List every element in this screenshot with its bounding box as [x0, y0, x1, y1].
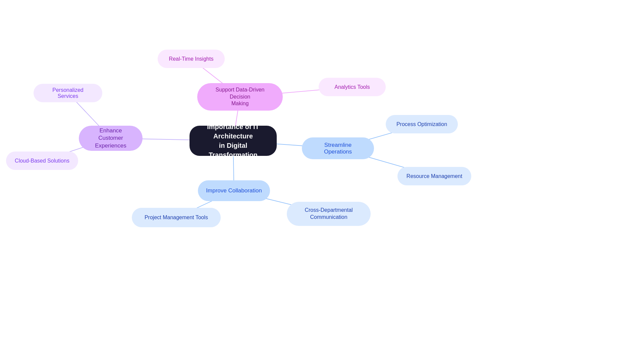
analytics-label: Analytics Tools: [334, 84, 370, 90]
node-data-driven: Support Data-Driven Decision Making: [197, 83, 283, 111]
collaboration-label: Improve Collaboration: [206, 187, 262, 194]
node-resource: Resource Management: [397, 167, 471, 185]
enhance-label: Enhance Customer Experiences: [87, 127, 135, 149]
process-label: Process Optimization: [396, 121, 447, 127]
node-collaboration: Improve Collaboration: [198, 180, 270, 201]
resource-label: Resource Management: [407, 173, 462, 179]
mindmap-canvas: Importance of IT Architecture in Digital…: [0, 0, 644, 363]
project-mgmt-label: Project Management Tools: [145, 215, 208, 221]
center-label: Importance of IT Architecture in Digital…: [198, 122, 269, 160]
cross-dept-label: Cross-Departmental Communication: [305, 207, 353, 221]
node-analytics: Analytics Tools: [319, 78, 386, 96]
data-driven-label: Support Data-Driven Decision Making: [205, 86, 275, 107]
node-cloud: Cloud-Based Solutions: [6, 152, 78, 170]
center-node: Importance of IT Architecture in Digital…: [190, 126, 277, 156]
streamline-label: Streamline Operations: [310, 142, 366, 155]
node-enhance: Enhance Customer Experiences: [79, 126, 143, 151]
connection-lines: [0, 0, 644, 363]
node-streamline: Streamline Operations: [302, 137, 374, 159]
node-process: Process Optimization: [386, 115, 458, 133]
personalized-label: Personalized Services: [42, 87, 94, 99]
node-personalized: Personalized Services: [34, 84, 102, 102]
realtime-label: Real-Time Insights: [169, 56, 214, 62]
node-project-mgmt: Project Management Tools: [132, 208, 221, 227]
node-cross-dept: Cross-Departmental Communication: [287, 202, 371, 226]
node-realtime: Real-Time Insights: [158, 50, 225, 68]
cloud-label: Cloud-Based Solutions: [15, 158, 69, 164]
